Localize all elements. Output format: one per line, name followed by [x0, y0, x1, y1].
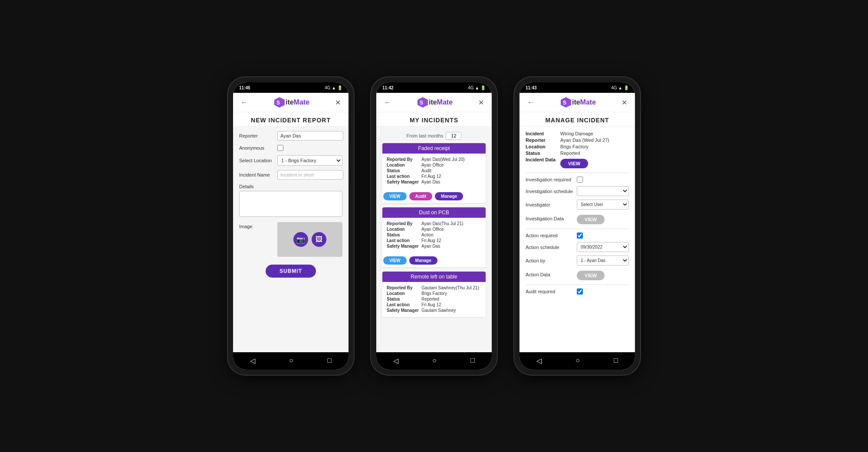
last-action-row-2: Last action Fri Aug 12	[387, 302, 481, 307]
location-row-3: Location Brigs Factory	[526, 144, 629, 149]
incident-data-view-btn[interactable]: VIEW	[560, 159, 588, 168]
investigator-select[interactable]: Select User	[577, 200, 629, 210]
details-textarea[interactable]	[239, 191, 342, 217]
audit-section: Audit required	[526, 288, 629, 295]
page-title-1: NEW INCIDENT REPORT	[233, 112, 349, 127]
network-3: 4G ▲ 🔋	[611, 85, 629, 90]
incident-name-row: Incident Name	[239, 170, 342, 180]
logo-text-3: iteMate	[572, 98, 596, 106]
location-row-2: Location Brigs Factory	[387, 291, 481, 296]
incident-data-row: Incident Data VIEW	[526, 157, 629, 168]
logo-icon-3: S	[560, 96, 572, 108]
safety-manager-row-0: Safety Manager Ayan Das	[387, 180, 481, 184]
incident-name-input[interactable]	[277, 170, 343, 180]
time-2: 11:42	[382, 85, 394, 90]
gallery-button[interactable]: 🖼	[312, 232, 326, 247]
anonymous-checkbox[interactable]	[277, 145, 283, 151]
months-input[interactable]	[446, 132, 461, 140]
incident-card-0: Faded receipt Reported By Ayan Das(Wed J…	[382, 143, 486, 203]
safety-manager-value-1: Ayan Das	[421, 244, 440, 249]
svg-text:S: S	[420, 100, 423, 106]
incident-card-header-0: Faded receipt	[382, 143, 486, 154]
screen-content-1: Reporter Anonymous Select Location 1 - B…	[233, 127, 349, 352]
reported-by-value-2: Gautam Sawhney(Thu Jul 21)	[421, 285, 479, 290]
nav-back-1[interactable]	[250, 357, 255, 365]
manage-btn-0[interactable]: Manage	[435, 192, 463, 200]
last-action-value-1: Fri Aug 12	[421, 238, 441, 243]
close-button-1[interactable]: ✕	[333, 98, 342, 108]
time-3: 11:43	[526, 85, 537, 90]
status-value-3: Reported	[560, 151, 580, 156]
app-header-3: ← S iteMate ✕	[519, 93, 635, 112]
nav-home-3[interactable]	[575, 357, 580, 364]
back-button-2[interactable]: ←	[382, 98, 393, 107]
divider-1	[526, 173, 629, 173]
nav-back-3[interactable]	[536, 357, 542, 365]
back-button-3[interactable]: ←	[526, 98, 536, 107]
status-row-2: Status Reported	[387, 297, 481, 301]
audit-btn-0[interactable]: Audit	[409, 192, 433, 200]
audit-required-checkbox[interactable]	[577, 288, 583, 295]
reported-by-row-1: Reported By Ayan Das(Thu Jul 21)	[387, 221, 481, 226]
investigation-required-checkbox[interactable]	[577, 177, 583, 183]
image-placeholder: 📷 🖼	[277, 222, 342, 257]
investigation-data-view-btn[interactable]: VIEW	[577, 215, 605, 224]
anonymous-label: Anonymous	[239, 145, 274, 151]
nav-square-2[interactable]	[470, 357, 475, 364]
nav-square-1[interactable]	[327, 357, 332, 364]
investigation-required-label: Investigation required	[526, 177, 573, 182]
svg-text:S: S	[563, 100, 566, 106]
back-button-1[interactable]: ←	[239, 98, 250, 107]
nav-back-2[interactable]	[393, 357, 398, 365]
close-button-3[interactable]: ✕	[620, 98, 629, 108]
reported-by-value-0: Ayan Das(Wed Jul 20)	[421, 157, 465, 162]
reported-by-row-0: Reported By Ayan Das(Wed Jul 20)	[387, 157, 481, 162]
nav-home-2[interactable]	[432, 357, 437, 364]
incident-info-section: Incident Wiring Damage Reporter Ayan Das…	[526, 131, 629, 168]
investigation-schedule-select[interactable]	[577, 186, 629, 196]
logo-1: S iteMate	[273, 96, 309, 108]
svg-text:S: S	[276, 100, 280, 106]
reporter-row-3: Reporter Ayan Das (Wed Jul 27)	[526, 138, 629, 143]
status-bar-2: 11:42 4G ▲ 🔋	[376, 82, 492, 93]
phone-3: 11:43 4G ▲ 🔋 ← S iteMate ✕ MANAGE INCIDE…	[514, 77, 640, 375]
action-required-checkbox[interactable]	[577, 233, 583, 239]
time-1: 11:46	[239, 85, 250, 90]
nav-square-3[interactable]	[614, 357, 618, 364]
investigation-required-row: Investigation required	[526, 177, 629, 183]
incident-actions-0: VIEW Audit Manage	[382, 192, 486, 203]
safety-manager-value-0: Ayan Das	[421, 180, 440, 184]
action-by-select[interactable]: 1 - Ayan Das	[577, 255, 629, 265]
logo-icon-1: S	[273, 96, 286, 108]
close-button-2[interactable]: ✕	[477, 98, 486, 108]
incident-card-body-1: Reported By Ayan Das(Thu Jul 21) Locatio…	[382, 218, 486, 253]
incident-card-body-2: Reported By Gautam Sawhney(Thu Jul 21) L…	[382, 282, 486, 317]
nav-home-1[interactable]	[289, 357, 293, 364]
logo-3: S iteMate	[560, 96, 596, 108]
manage-btn-1[interactable]: Manage	[409, 256, 437, 265]
action-data-view-btn[interactable]: VIEW	[577, 271, 605, 280]
submit-button[interactable]: SUBMIT	[266, 265, 316, 278]
network-1: 4G ▲ 🔋	[325, 85, 342, 90]
investigation-data-label: Investigation Data	[526, 216, 573, 221]
safety-manager-row-2: Safety Manager Gautam Sawhney	[387, 308, 481, 313]
screen-content-2: From last months Faded receipt Reported …	[376, 127, 492, 352]
location-select[interactable]: 1 - Brigs Factory	[277, 155, 342, 166]
status-label-0: Status	[387, 168, 421, 173]
safety-manager-label-0: Safety Manager	[387, 180, 421, 184]
logo-icon-2: S	[417, 96, 429, 108]
incident-label: Incident	[526, 131, 560, 136]
status-value-2: Reported	[421, 297, 439, 301]
view-btn-1[interactable]: VIEW	[383, 256, 407, 265]
location-value-2: Brigs Factory	[421, 291, 447, 296]
view-btn-0[interactable]: VIEW	[383, 192, 407, 200]
reporter-input[interactable]	[277, 131, 343, 141]
bottom-nav-1	[233, 352, 349, 370]
incident-card-2: Remote left on table Reported By Gautam …	[382, 272, 486, 317]
action-schedule-select[interactable]: 09/30/2022	[577, 242, 629, 252]
camera-button[interactable]: 📷	[293, 232, 308, 247]
logo-2: S iteMate	[417, 96, 453, 108]
image-row: Image 📷 🖼	[239, 222, 342, 257]
phones-container: 11:46 4G ▲ 🔋 ← S iteMate ✕ NEW INCIDENT …	[228, 77, 640, 375]
bottom-nav-3	[519, 352, 635, 370]
